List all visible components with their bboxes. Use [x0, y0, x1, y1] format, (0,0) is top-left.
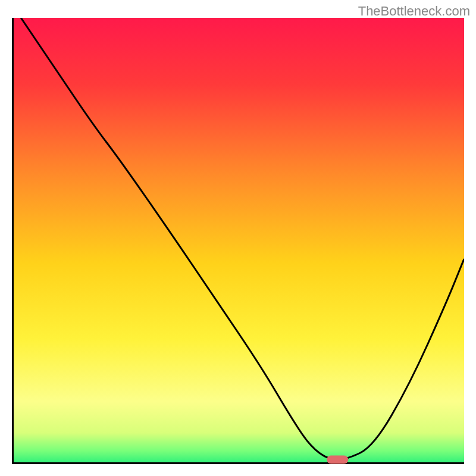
plot-area: [12, 18, 464, 464]
watermark-text: TheBottleneck.com: [358, 4, 470, 19]
chart-svg: [12, 18, 464, 464]
chart-background: [12, 18, 464, 464]
chart-container: TheBottleneck.com: [0, 0, 476, 476]
optimal-marker: [327, 456, 348, 464]
